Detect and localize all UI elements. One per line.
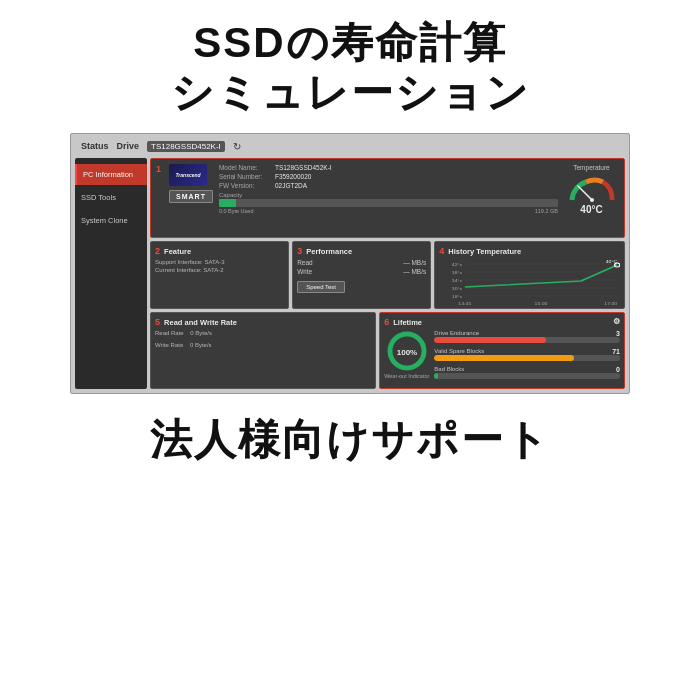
refresh-icon[interactable]: ↻	[233, 141, 241, 152]
cap-bar-labels: 0.0 Byte Used 119.2 GB	[219, 208, 558, 214]
smart-button[interactable]: SMART	[169, 190, 213, 203]
panel-row-3: 5 Read and Write Rate Read Rate 0 Byte/s…	[150, 312, 625, 389]
read-rate-value: 0 Byte/s	[190, 330, 212, 336]
read-rate-row: Read Rate 0 Byte/s	[155, 330, 371, 336]
panel-lifetime: 6 Lifetime ⚙ 100% Wear-out Indic	[379, 312, 625, 389]
capacity-bar	[219, 199, 558, 207]
svg-line-0	[578, 186, 592, 200]
model-name-value: TS128GSSD452K-I	[275, 164, 332, 171]
sidebar-item-system-clone[interactable]: System Clone	[75, 210, 147, 231]
lifetime-title: 6 Lifetime ⚙	[384, 317, 620, 327]
support-iface-label: Support Interface:	[155, 259, 203, 265]
temp-gauge	[568, 174, 616, 202]
current-iface-row: Current Interface: SATA-2	[155, 267, 284, 273]
write-value: — MB/s	[403, 268, 426, 275]
svg-text:13:45: 13:45	[459, 301, 472, 305]
panel1-num: 1	[156, 164, 161, 232]
info-block: Model Name: TS128GSSD452K-I Serial Numbe…	[219, 164, 558, 232]
serial-value: F359200020	[275, 173, 312, 180]
bad-blocks-row: Bad Blocks 0	[434, 366, 620, 379]
software-ui: Status Drive TS128GSSD452K-I ↻ PC Inform…	[70, 133, 630, 394]
valid-spare-blocks-row: Valid Spare Blocks 71	[434, 348, 620, 361]
write-rate-label: Write Rate	[155, 342, 183, 348]
serial-label: Serial Number:	[219, 173, 271, 180]
write-label: Write	[297, 268, 312, 275]
status-label: Status	[81, 141, 109, 151]
support-iface-value: SATA-3	[204, 259, 224, 265]
fw-label: FW Version:	[219, 182, 271, 189]
drive-label: Drive	[117, 141, 140, 151]
support-iface-row: Support Interface: SATA-3	[155, 259, 284, 265]
drive-endurance-row: Drive Endurance 3	[434, 330, 620, 343]
svg-text:30°c: 30°c	[452, 286, 463, 290]
gear-icon[interactable]: ⚙	[613, 317, 620, 327]
current-iface-value: SATA-2	[203, 267, 223, 273]
title-line1: SSDの寿命計算	[171, 18, 530, 68]
svg-text:100%: 100%	[397, 348, 417, 357]
drive-select[interactable]: TS128GSSD452K-I	[147, 141, 225, 152]
temp-value: 40°C	[580, 204, 602, 215]
wear-indicator-label: Wear-out Indicator	[384, 373, 429, 379]
capacity-bar-container: Capacity 0.0 Byte Used 119.2 GB	[219, 192, 558, 214]
valid-spare-blocks-bar	[434, 355, 620, 361]
write-rate-value: 0 Byte/s	[190, 342, 212, 348]
svg-text:18°c: 18°c	[452, 294, 463, 298]
svg-text:34°c: 34°c	[452, 278, 463, 282]
read-label: Read	[297, 259, 313, 266]
drive-endurance-label: Drive Endurance	[434, 330, 479, 336]
panel-rw: 5 Read and Write Rate Read Rate 0 Byte/s…	[150, 312, 376, 389]
bad-blocks-bar	[434, 373, 620, 379]
write-rate-row: Write Rate 0 Byte/s	[155, 342, 371, 348]
cap-used-label: 0.0 Byte Used	[219, 208, 254, 214]
temp-section: Temperature	[564, 164, 619, 232]
bad-blocks-value: 0	[616, 366, 620, 373]
feature-title: 2 Feature	[155, 246, 284, 256]
lifetime-inner: 100% Wear-out Indicator Drive Endurance …	[384, 330, 620, 384]
drive-endurance-value: 3	[616, 330, 620, 337]
svg-text:17:00: 17:00	[605, 301, 618, 305]
write-row: Write — MB/s	[297, 268, 426, 275]
footer-section: 法人様向けサポート	[140, 398, 560, 476]
panel1-left: Transcend SMART	[169, 164, 213, 232]
panel-row-2: 2 Feature Support Interface: SATA-3 Curr…	[150, 241, 625, 309]
performance-content: Read — MB/s Write — MB/s Speed Test	[297, 259, 426, 293]
panels: 1 Transcend SMART Model Name: TS128GSSD4…	[150, 158, 625, 389]
panel-1: 1 Transcend SMART Model Name: TS128GSSD4…	[150, 158, 625, 238]
rw-content: Read Rate 0 Byte/s Write Rate 0 Byte/s	[155, 330, 371, 348]
rw-title: 5 Read and Write Rate	[155, 317, 371, 327]
sidebar: PC Information SSD Tools System Clone	[75, 158, 147, 389]
capacity-bar-used	[219, 199, 236, 207]
model-name-label: Model Name:	[219, 164, 271, 171]
footer-title: 法人様向けサポート	[150, 412, 550, 468]
capacity-label: Capacity	[219, 192, 558, 198]
title-line2: シミュレーション	[171, 68, 530, 118]
speed-test-button[interactable]: Speed Test	[297, 281, 345, 293]
read-row: Read — MB/s	[297, 259, 426, 266]
performance-title: 3 Performance	[297, 246, 426, 256]
read-rate-label: Read Rate	[155, 330, 184, 336]
history-temp-title: 4 History Temperature	[439, 246, 620, 256]
lifetime-bars: Drive Endurance 3 Valid Spare Blocks 71	[434, 330, 620, 384]
sidebar-item-pc-information[interactable]: PC Information	[75, 164, 147, 185]
panel-feature: 2 Feature Support Interface: SATA-3 Curr…	[150, 241, 289, 309]
top-bar: Status Drive TS128GSSD452K-I ↻	[75, 138, 625, 155]
history-chart: 42°c 38°c 34°c 30°c 18°c 13:45 15:00 17:…	[439, 259, 620, 304]
svg-text:42°c: 42°c	[452, 262, 463, 266]
main-content: PC Information SSD Tools System Clone 1 …	[75, 158, 625, 389]
current-iface-label: Current Interface:	[155, 267, 202, 273]
bad-blocks-label: Bad Blocks	[434, 366, 464, 372]
drive-endurance-bar	[434, 337, 620, 343]
sidebar-item-ssd-tools[interactable]: SSD Tools	[75, 187, 147, 208]
donut-container: 100% Wear-out Indicator	[384, 330, 429, 379]
transcend-logo: Transcend	[169, 164, 207, 186]
read-value: — MB/s	[403, 259, 426, 266]
fw-value: 02JGT2DA	[275, 182, 307, 189]
svg-text:38°c: 38°c	[452, 270, 463, 274]
panel-performance: 3 Performance Read — MB/s Write — MB/s S…	[292, 241, 431, 309]
feature-content: Support Interface: SATA-3 Current Interf…	[155, 259, 284, 273]
valid-spare-blocks-value: 71	[612, 348, 620, 355]
svg-text:15:00: 15:00	[535, 301, 548, 305]
valid-spare-blocks-label: Valid Spare Blocks	[434, 348, 484, 354]
panel-history-temp: 4 History Temperature 42°c	[434, 241, 625, 309]
cap-total-label: 119.2 GB	[535, 208, 558, 214]
